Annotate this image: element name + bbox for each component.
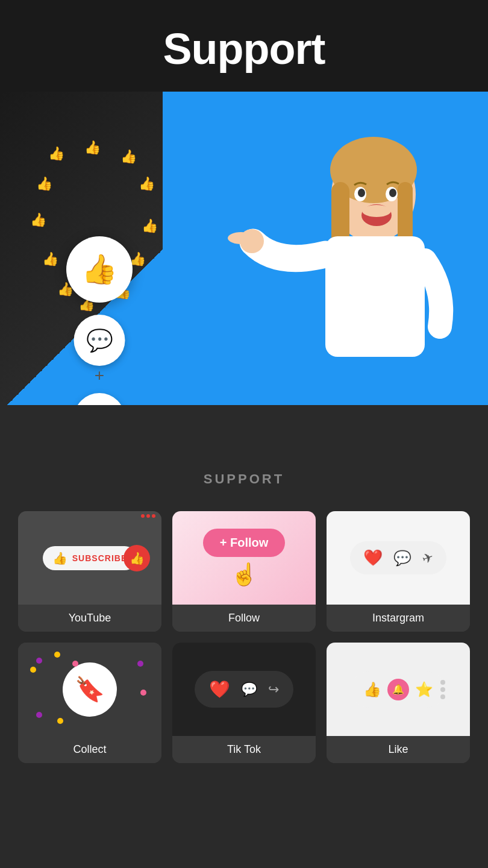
like-label: Like [327, 736, 470, 763]
youtube-card-image: 👍 SUBSCRIBE 👍 [18, 511, 161, 605]
dot-pink-1 [72, 661, 78, 667]
yt-thumb-right-icon: 👍 [130, 551, 145, 565]
heart-float-3: 👍 [120, 149, 137, 165]
like-cluster: 👍 👍 👍 👍 👍 👍 👍 👍 👍 👍 👍 👍 👍 💬 + ↪ [30, 140, 169, 399]
page-title: Support [12, 24, 476, 74]
dot-yellow-3 [57, 718, 63, 724]
collect-floating-dots [18, 643, 161, 736]
follow-card-image: + Follow ☝️ [172, 511, 316, 605]
instagram-card-image: ❤️ 💬 ✈ [327, 511, 470, 605]
follow-card[interactable]: + Follow ☝️ Follow [172, 511, 316, 632]
subscribe-text: SUBSCRIBE [72, 553, 127, 563]
collect-card[interactable]: 🔖 Collect [18, 643, 161, 763]
yt-thumb-left-icon: 👍 [52, 551, 67, 565]
follow-text: + Follow [220, 536, 269, 550]
insta-heart-icon: ❤️ [363, 549, 383, 567]
svg-point-12 [358, 189, 365, 197]
header: Support [0, 0, 488, 92]
svg-point-13 [389, 189, 396, 197]
subscribe-button-visual: 👍 SUBSCRIBE 👍 [43, 546, 137, 570]
like-thumb-icon: 👍 [363, 681, 381, 698]
hero-banner: 👍 👍 👍 👍 👍 👍 👍 👍 👍 👍 👍 👍 👍 💬 + ↪ [0, 92, 488, 405]
like-dots [440, 671, 448, 708]
heart-float-6: 👍 [30, 212, 46, 228]
dot-pink-2 [140, 690, 146, 696]
yt-subscribe-right-btn: 👍 [124, 545, 150, 571]
like-circle-icon: 🔔 [387, 679, 409, 700]
dot-yellow-2 [30, 667, 36, 673]
like-dot-1 [440, 680, 445, 685]
heart-float-7: 👍 [142, 218, 158, 234]
hero-person-area [181, 122, 470, 399]
comment-circle: 💬 [74, 315, 125, 366]
follow-label: Follow [172, 605, 316, 632]
share-circle: ↪ [74, 393, 125, 405]
gap-spacer [0, 405, 488, 441]
cards-grid: 👍 SUBSCRIBE 👍 YouTube + Fo [18, 511, 470, 763]
collect-label: Collect [18, 736, 161, 763]
svg-point-9 [362, 205, 391, 217]
collect-card-image: 🔖 [18, 643, 161, 736]
tiktok-actions-visual: ❤️ 💬 ↪ [195, 671, 293, 708]
like-card-image: 👍 🔔 ⭐ [327, 643, 470, 736]
red-dot-2 [146, 514, 150, 518]
like-dot-3 [440, 694, 445, 699]
svg-point-7 [228, 232, 254, 244]
hand-pointer-icon: ☝️ [231, 562, 258, 587]
tiktok-card[interactable]: ❤️ 💬 ↪ Tik Tok [172, 643, 316, 763]
like-dot-2 [440, 687, 445, 692]
heart-float-2: 👍 [84, 140, 101, 156]
insta-comment-icon: 💬 [393, 550, 411, 567]
tik-share-icon: ↪ [268, 682, 279, 697]
youtube-card[interactable]: 👍 SUBSCRIBE 👍 YouTube [18, 511, 161, 632]
yt-red-dots [141, 514, 155, 518]
comment-icon: 💬 [86, 328, 113, 353]
support-section: SUPPORT 👍 SUBSCRIBE 👍 YouTube [0, 441, 488, 781]
instagram-card[interactable]: ❤️ 💬 ✈ Instargram [327, 511, 470, 632]
tiktok-label: Tik Tok [172, 736, 316, 763]
heart-float-1: 👍 [48, 146, 64, 162]
thumbs-up-icon: 👍 [81, 253, 117, 286]
instagram-label: Instargram [327, 605, 470, 632]
dot-purple-3 [137, 661, 143, 667]
support-section-title: SUPPORT [18, 471, 470, 487]
tik-comment-icon: 💬 [241, 682, 257, 697]
like-pill-visual: 👍 🔔 ⭐ [351, 671, 445, 708]
like-card[interactable]: 👍 🔔 ⭐ Like [327, 643, 470, 763]
red-dot-3 [152, 514, 155, 518]
person-illustration [181, 122, 470, 399]
red-dot-1 [141, 514, 145, 518]
plus-separator: + [95, 366, 104, 385]
youtube-label: YouTube [18, 605, 161, 632]
heart-float-4: 👍 [139, 176, 155, 192]
dot-purple-2 [36, 712, 42, 718]
instagram-actions-visual: ❤️ 💬 ✈ [350, 541, 446, 574]
main-like-circle: 👍 [66, 236, 133, 303]
like-person-icon: 🔔 [392, 684, 404, 695]
svg-rect-5 [325, 236, 425, 357]
insta-send-icon: ✈ [420, 549, 436, 567]
dot-purple-1 [36, 658, 42, 664]
heart-float-8: 👍 [42, 251, 58, 267]
dot-yellow-1 [54, 652, 60, 658]
tik-heart-icon: ❤️ [209, 679, 230, 699]
like-star-icon: ⭐ [415, 681, 433, 698]
follow-button-visual: + Follow [203, 529, 286, 557]
heart-float-5: 👍 [36, 176, 52, 192]
tiktok-card-image: ❤️ 💬 ↪ [172, 643, 316, 736]
